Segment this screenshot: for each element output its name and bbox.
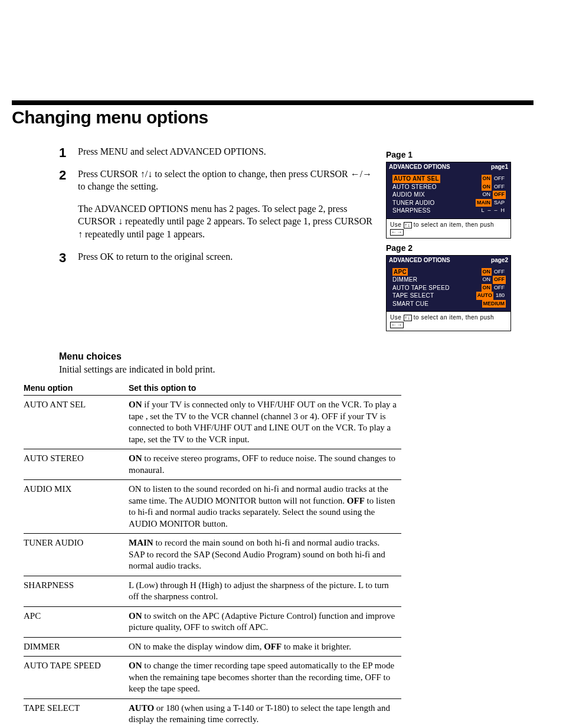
arrow-right-icon: →	[362, 168, 372, 181]
menu-option-name: APC	[24, 606, 129, 637]
manual-page: Changing menu options 1Press MENU and se…	[0, 0, 563, 728]
step-number: 1	[59, 145, 71, 163]
menu-option-name: TAPE SELECT	[24, 698, 129, 728]
step: The ADVANCED OPTIONS menu has 2 pages. T…	[59, 203, 374, 246]
step-body: The ADVANCED OPTIONS menu has 2 pages. T…	[78, 203, 374, 246]
top-section: 1Press MENU and select ADVANCED OPTIONS.…	[12, 145, 533, 334]
table-row: SHARPNESSL (Low) through H (High) to adj…	[24, 576, 401, 606]
osd-instruction: Use ↑↓ to select an item, then push ←→	[387, 311, 510, 331]
osd-box: ADVANCED OPTIONSpage1AUTO ANT SELONOFFAU…	[386, 162, 511, 239]
osd-row: SMART CUEMEDIUM	[392, 300, 506, 308]
step-number: 2	[59, 168, 71, 198]
menu-option-desc: ON to switch on the APC (Adaptive Pictur…	[129, 606, 401, 637]
osd-row: AUTO TAPE SPEEDONOFF	[392, 284, 506, 292]
osd-label: Page 1	[386, 150, 533, 159]
osd-instruction: Use ↑↓ to select an item, then push ←→	[387, 218, 510, 238]
osd-row: AUDIO MIXONOFF	[392, 191, 506, 199]
osd-row: DIMMERONOFF	[392, 276, 506, 284]
page-title: Changing menu options	[12, 107, 533, 128]
arrow-up-icon: ↑	[78, 228, 83, 241]
osd-row: AUTO STEREOONOFF	[392, 183, 506, 191]
title-rule	[12, 100, 533, 105]
table-row: TUNER AUDIOMAIN to record the main sound…	[24, 534, 401, 576]
osd-row: AUTO ANT SELONOFF	[392, 175, 506, 183]
arrow-left-icon: ←	[351, 168, 360, 181]
table-row: TAPE SELECTAUTO or 180 (when using a T-1…	[24, 698, 401, 728]
col-menu-option: Menu option	[24, 381, 129, 396]
osd-row: APCONOFF	[392, 268, 506, 276]
step-body: Press CURSOR ↑/↓ to select the option to…	[78, 168, 374, 198]
col-set-to: Set this option to	[129, 381, 401, 396]
menu-option-name: AUTO STEREO	[24, 449, 129, 480]
menu-option-desc: ON to receive stereo programs, OFF to re…	[129, 449, 401, 480]
menu-option-desc: ON to make the display window dim, OFF t…	[129, 637, 401, 657]
arrow-up-icon: ↑	[140, 168, 145, 181]
menu-option-name: DIMMER	[24, 637, 129, 657]
step: 3Press OK to return to the original scre…	[59, 250, 374, 268]
menu-option-name: SHARPNESS	[24, 576, 129, 606]
table-row: APCON to switch on the APC (Adaptive Pic…	[24, 606, 401, 637]
menu-option-desc: MAIN to record the main sound on both hi…	[129, 534, 401, 576]
table-row: AUTO ANT SELON if your TV is connected o…	[24, 396, 401, 449]
osd-row: TAPE SELECTAUTO180	[392, 292, 506, 300]
step: 1Press MENU and select ADVANCED OPTIONS.	[59, 145, 374, 163]
arrow-down-icon: ↓	[118, 215, 123, 228]
osd-row: SHARPNESSL––H	[392, 207, 506, 215]
osd-body: AUTO ANT SELONOFFAUTO STEREOONOFFAUDIO M…	[387, 171, 510, 218]
osd-body: APCONOFFDIMMERONOFFAUTO TAPE SPEEDONOFFT…	[387, 265, 510, 312]
step-number: 3	[59, 250, 71, 268]
menu-choices-heading: Menu choices	[59, 351, 533, 362]
menu-option-desc: AUTO or 180 (when using a T-140 or T-180…	[129, 698, 401, 728]
menu-option-name: AUDIO MIX	[24, 480, 129, 534]
menu-option-desc: L (Low) through H (High) to adjust the s…	[129, 576, 401, 606]
menu-option-desc: ON to listen to the sound recorded on hi…	[129, 480, 401, 534]
table-row: DIMMERON to make the display window dim,…	[24, 637, 401, 657]
menu-option-name: AUTO ANT SEL	[24, 396, 129, 449]
menu-option-desc: ON if your TV is connected only to VHF/U…	[129, 396, 401, 449]
osd-box: ADVANCED OPTIONSpage2APCONOFFDIMMERONOFF…	[386, 255, 511, 332]
osd-label: Page 2	[386, 243, 533, 253]
table-row: AUTO TAPE SPEEDON to change the timer re…	[24, 657, 401, 699]
menu-option-desc: ON to change the timer recording tape sp…	[129, 657, 401, 699]
table-row: AUDIO MIXON to listen to the sound recor…	[24, 480, 401, 534]
osd-row: TUNER AUDIOMAINSAP	[392, 199, 506, 207]
arrow-down-icon: ↓	[148, 168, 152, 181]
step-number	[59, 203, 71, 246]
menu-option-name: TUNER AUDIO	[24, 534, 129, 576]
menu-options-table: Menu option Set this option to AUTO ANT …	[24, 381, 401, 728]
table-row: AUTO STEREOON to receive stereo programs…	[24, 449, 401, 480]
osd-column: Page 1ADVANCED OPTIONSpage1AUTO ANT SELO…	[386, 145, 533, 334]
osd-header: ADVANCED OPTIONSpage1	[387, 162, 510, 171]
step-body: Press OK to return to the original scree…	[78, 250, 233, 268]
step-body: Press MENU and select ADVANCED OPTIONS.	[78, 145, 266, 163]
menu-choices-note: Initial settings are indicated in bold p…	[59, 364, 533, 375]
steps-column: 1Press MENU and select ADVANCED OPTIONS.…	[12, 145, 374, 272]
osd-header: ADVANCED OPTIONSpage2	[387, 256, 510, 265]
step: 2Press CURSOR ↑/↓ to select the option t…	[59, 168, 374, 198]
menu-option-name: AUTO TAPE SPEED	[24, 657, 129, 699]
